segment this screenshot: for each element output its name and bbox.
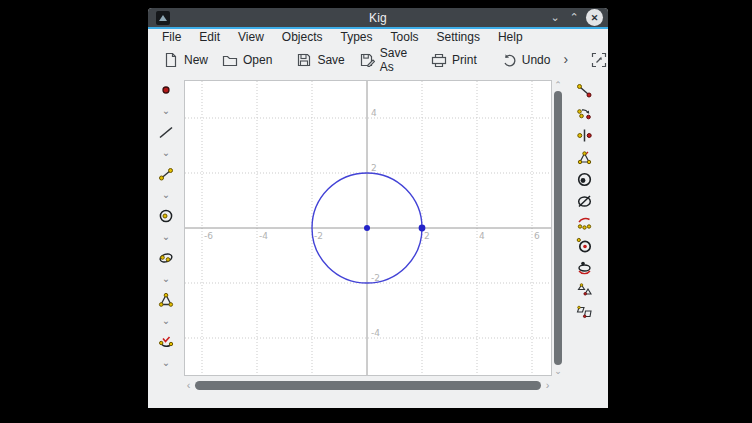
chevron-down-icon: ⌄ [162,316,170,326]
point-reflection-tool[interactable] [576,124,593,146]
translate-icon [576,83,593,100]
menu-edit[interactable]: Edit [190,29,229,46]
new-document-icon [163,52,179,68]
undo-overflow-button[interactable]: › [557,48,574,71]
translate-tool[interactable] [576,80,593,102]
svg-text:-4: -4 [371,328,380,338]
svg-text:4: 4 [479,231,485,241]
svg-text:-2: -2 [314,231,323,241]
projection-tool[interactable] [576,256,593,278]
projection-icon [576,259,593,276]
similitude-icon [576,215,593,232]
rotation-tool[interactable] [576,234,593,256]
open-button[interactable]: Open [215,48,279,71]
point-tool[interactable] [158,79,174,100]
undo-label: Undo [522,53,551,67]
save-button[interactable]: Save [289,48,351,71]
horizontal-scrollbar-thumb[interactable] [195,381,541,390]
hide-object-icon [576,193,593,210]
chevron-down-icon: ⌄ [162,148,170,158]
kig-window: Kig ⌄ ⌃ ✕ File Edit View Objects Types T… [148,8,608,408]
menu-types[interactable]: Types [332,29,382,46]
chevron-right-icon: › [563,51,568,67]
conic-tool[interactable] [158,247,174,268]
menubar: File Edit View Objects Types Tools Setti… [148,29,608,46]
scale-tool[interactable] [576,146,593,168]
line-tool[interactable] [158,121,174,142]
menu-tools[interactable]: Tools [382,29,428,46]
menu-settings[interactable]: Settings [428,29,489,46]
point-tool-expander[interactable]: ⌄ [162,100,170,121]
left-toolbar: ⌄ ⌄ ⌄ ⌄ ⌄ ⌄ ⌄ [148,73,184,408]
affinity-tool[interactable] [576,300,593,322]
affinity-icon [576,303,593,320]
open-label: Open [243,53,272,67]
rotation-icon [576,237,593,254]
chevron-down-icon: ⌄ [162,190,170,200]
close-icon: ✕ [591,13,599,23]
svg-text:2: 2 [424,231,430,241]
geometry-canvas[interactable]: -6 -4 -2 2 4 6 4 2 -2 -4 [184,80,552,376]
window-title: Kig [148,11,608,25]
similarity-icon [576,281,593,298]
inversion-tool[interactable] [576,168,593,190]
print-label: Print [452,53,477,67]
conic-tool-expander[interactable]: ⌄ [162,268,170,289]
new-label: New [184,53,208,67]
segment-icon [158,166,174,182]
scroll-right-icon[interactable]: › [543,379,552,391]
window-controls: ⌄ ⌃ ✕ [548,9,603,26]
right-toolbar [560,73,608,408]
center-point[interactable] [364,225,370,231]
arc-tool[interactable] [158,331,174,352]
hide-object-tool[interactable] [576,190,593,212]
save-as-label: Save As [380,46,407,74]
new-button[interactable]: New [156,48,215,71]
scale-icon [576,149,593,166]
close-button[interactable]: ✕ [586,9,603,26]
save-as-button[interactable]: Save As [352,48,414,71]
arc-tool-expander[interactable]: ⌄ [162,352,170,373]
circle-tool-expander[interactable]: ⌄ [162,226,170,247]
titlebar: Kig ⌄ ⌃ ✕ [148,8,608,29]
undo-button[interactable]: Undo [494,48,558,71]
print-button[interactable]: Print [424,48,484,71]
svg-text:4: 4 [371,108,377,118]
polygon-tool-expander[interactable]: ⌄ [162,310,170,331]
chevron-down-icon: ⌄ [162,358,170,368]
menu-help[interactable]: Help [489,29,532,46]
rotate-tool[interactable] [576,102,593,124]
chevron-down-icon: ⌄ [162,274,170,284]
zoom-in-button[interactable]: Zoom In [584,48,608,71]
segment-tool[interactable] [158,163,174,184]
axis-tick-labels: -6 -4 -2 2 4 6 4 2 -2 -4 [204,108,540,338]
inversion-icon [576,171,593,188]
line-tool-expander[interactable]: ⌄ [162,142,170,163]
svg-text:-4: -4 [259,231,268,241]
svg-text:6: 6 [534,231,540,241]
main-area: ⌄ ⌄ ⌄ ⌄ ⌄ ⌄ ⌄ [148,73,608,408]
menu-view[interactable]: View [229,29,273,46]
svg-text:-6: -6 [204,231,213,241]
radius-point[interactable] [419,225,426,232]
point-reflection-icon [576,127,593,144]
save-label: Save [317,53,344,67]
conic-icon [158,250,174,266]
maximize-button[interactable]: ⌃ [567,12,581,23]
similarity-tool[interactable] [576,278,593,300]
horizontal-scrollbar[interactable]: ‹ › [184,379,552,391]
menu-objects[interactable]: Objects [273,29,332,46]
print-icon [431,52,447,68]
arc-icon [158,334,174,350]
line-icon [158,124,174,140]
scroll-left-icon[interactable]: ‹ [184,379,193,391]
save-icon [296,52,312,68]
segment-tool-expander[interactable]: ⌄ [162,184,170,205]
circle-icon [158,208,174,224]
app-icon [156,11,170,25]
polygon-tool[interactable] [158,289,174,310]
similitude-tool[interactable] [576,212,593,234]
menu-file[interactable]: File [153,29,190,46]
circle-tool[interactable] [158,205,174,226]
minimize-button[interactable]: ⌄ [548,12,562,23]
